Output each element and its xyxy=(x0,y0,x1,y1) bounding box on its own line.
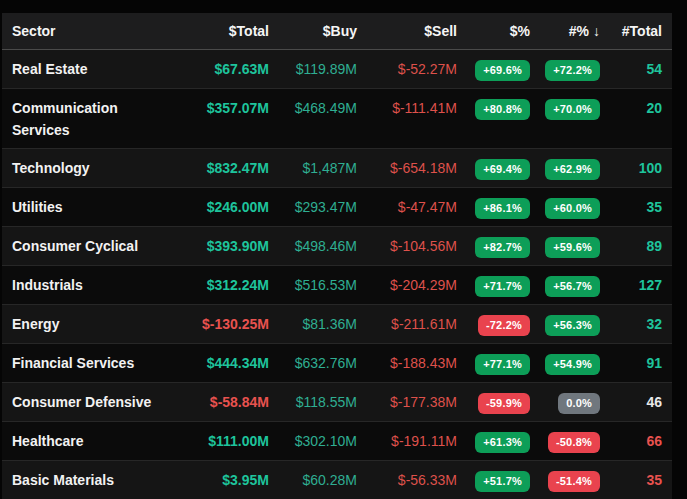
column-header-dollar-total[interactable]: $Total xyxy=(179,23,269,39)
num-pct-label: #% xyxy=(569,23,589,39)
sector-screener-table: Sector $Total $Buy $Sell $% #%↓ #Total R… xyxy=(2,13,672,499)
table-row[interactable]: Communication Services$357.07M$468.49M$-… xyxy=(2,89,672,149)
dollar-buy-value: $293.47M xyxy=(269,188,357,226)
dollar-pct-cell: +80.8% xyxy=(457,89,530,148)
num-pct-cell: +72.2% xyxy=(530,50,600,88)
dollar-pct-badge: +69.4% xyxy=(475,159,530,180)
num-total-value: 35 xyxy=(600,461,672,499)
sector-name: Utilities xyxy=(2,188,179,226)
dollar-pct-cell: +86.1% xyxy=(457,188,530,226)
num-pct-badge: +54.9% xyxy=(545,354,600,375)
column-header-dollar-pct[interactable]: $% xyxy=(457,23,530,39)
dollar-pct-badge: +77.1% xyxy=(475,354,530,375)
dollar-pct-cell: -72.2% xyxy=(457,305,530,343)
column-header-sector[interactable]: Sector xyxy=(2,23,179,39)
num-pct-badge: -51.4% xyxy=(548,471,600,492)
table-row[interactable]: Healthcare$111.00M$302.10M$-191.11M+61.3… xyxy=(2,422,672,461)
num-total-value: 66 xyxy=(600,422,672,460)
dollar-pct-cell: +69.6% xyxy=(457,50,530,88)
sector-name: Communication Services xyxy=(2,89,179,148)
num-pct-cell: +70.0% xyxy=(530,89,600,148)
num-pct-badge: 0.0% xyxy=(558,393,600,414)
table-row[interactable]: Consumer Cyclical$393.90M$498.46M$-104.5… xyxy=(2,227,672,266)
dollar-pct-badge: +82.7% xyxy=(475,237,530,258)
num-pct-badge: +56.7% xyxy=(545,276,600,297)
table-row[interactable]: Consumer Defensive$-58.84M$118.55M$-177.… xyxy=(2,383,672,422)
dollar-sell-value: $-177.38M xyxy=(357,383,457,421)
dollar-buy-value: $498.46M xyxy=(269,227,357,265)
dollar-pct-badge: +69.6% xyxy=(475,60,530,81)
dollar-total-value: $393.90M xyxy=(179,227,269,265)
dollar-total-value: $444.34M xyxy=(179,344,269,382)
dollar-buy-value: $119.89M xyxy=(269,50,357,88)
dollar-sell-value: $-111.41M xyxy=(357,89,457,148)
dollar-pct-cell: -59.9% xyxy=(457,383,530,421)
sector-name: Technology xyxy=(2,149,179,187)
table-row[interactable]: Real Estate$67.63M$119.89M$-52.27M+69.6%… xyxy=(2,50,672,89)
num-total-value: 35 xyxy=(600,188,672,226)
dollar-total-value: $3.95M xyxy=(179,461,269,499)
num-pct-cell: +56.3% xyxy=(530,305,600,343)
dollar-total-value: $246.00M xyxy=(179,188,269,226)
num-pct-cell: 0.0% xyxy=(530,383,600,421)
num-total-value: 89 xyxy=(600,227,672,265)
num-pct-cell: +59.6% xyxy=(530,227,600,265)
column-header-num-total[interactable]: #Total xyxy=(600,23,672,39)
num-pct-badge: +59.6% xyxy=(545,237,600,258)
num-pct-badge: +72.2% xyxy=(545,60,600,81)
num-total-value: 32 xyxy=(600,305,672,343)
dollar-total-value: $832.47M xyxy=(179,149,269,187)
dollar-sell-value: $-188.43M xyxy=(357,344,457,382)
num-pct-badge: -50.8% xyxy=(548,432,600,453)
dollar-pct-badge: +86.1% xyxy=(475,198,530,219)
dollar-buy-value: $118.55M xyxy=(269,383,357,421)
dollar-pct-cell: +82.7% xyxy=(457,227,530,265)
table-row[interactable]: Energy$-130.25M$81.36M$-211.61M-72.2%+56… xyxy=(2,305,672,344)
dollar-buy-value: $302.10M xyxy=(269,422,357,460)
dollar-pct-badge: +51.7% xyxy=(475,471,530,492)
dollar-pct-badge: +61.3% xyxy=(475,432,530,453)
column-header-dollar-sell[interactable]: $Sell xyxy=(357,23,457,39)
dollar-sell-value: $-56.33M xyxy=(357,461,457,499)
table-row[interactable]: Basic Materials$3.95M$60.28M$-56.33M+51.… xyxy=(2,461,672,499)
sector-name: Financial Services xyxy=(2,344,179,382)
dollar-pct-cell: +51.7% xyxy=(457,461,530,499)
table-row[interactable]: Technology$832.47M$1,487M$-654.18M+69.4%… xyxy=(2,149,672,188)
table-row[interactable]: Industrials$312.24M$516.53M$-204.29M+71.… xyxy=(2,266,672,305)
table-row[interactable]: Utilities$246.00M$293.47M$-47.47M+86.1%+… xyxy=(2,188,672,227)
dollar-buy-value: $516.53M xyxy=(269,266,357,304)
dollar-buy-value: $1,487M xyxy=(269,149,357,187)
dollar-total-value: $357.07M xyxy=(179,89,269,148)
sort-descending-icon: ↓ xyxy=(593,23,600,39)
dollar-total-value: $111.00M xyxy=(179,422,269,460)
dollar-sell-value: $-52.27M xyxy=(357,50,457,88)
dollar-sell-value: $-654.18M xyxy=(357,149,457,187)
sector-name: Consumer Cyclical xyxy=(2,227,179,265)
num-total-value: 46 xyxy=(600,383,672,421)
num-total-value: 91 xyxy=(600,344,672,382)
num-total-value: 127 xyxy=(600,266,672,304)
dollar-sell-value: $-191.11M xyxy=(357,422,457,460)
num-total-value: 54 xyxy=(600,50,672,88)
sector-name: Energy xyxy=(2,305,179,343)
dollar-pct-cell: +77.1% xyxy=(457,344,530,382)
dollar-pct-cell: +61.3% xyxy=(457,422,530,460)
num-pct-badge: +62.9% xyxy=(545,159,600,180)
dollar-buy-value: $632.76M xyxy=(269,344,357,382)
column-header-num-pct[interactable]: #%↓ xyxy=(530,23,600,39)
num-pct-cell: -50.8% xyxy=(530,422,600,460)
dollar-sell-value: $-211.61M xyxy=(357,305,457,343)
num-pct-cell: +56.7% xyxy=(530,266,600,304)
dollar-pct-badge: +80.8% xyxy=(475,99,530,120)
dollar-total-value: $-58.84M xyxy=(179,383,269,421)
table-row[interactable]: Financial Services$444.34M$632.76M$-188.… xyxy=(2,344,672,383)
column-header-dollar-buy[interactable]: $Buy xyxy=(269,23,357,39)
dollar-pct-badge: +71.7% xyxy=(475,276,530,297)
dollar-pct-cell: +69.4% xyxy=(457,149,530,187)
dollar-pct-badge: -72.2% xyxy=(478,315,530,336)
dollar-sell-value: $-47.47M xyxy=(357,188,457,226)
num-pct-cell: +62.9% xyxy=(530,149,600,187)
dollar-buy-value: $81.36M xyxy=(269,305,357,343)
num-pct-cell: -51.4% xyxy=(530,461,600,499)
num-total-value: 100 xyxy=(600,149,672,187)
